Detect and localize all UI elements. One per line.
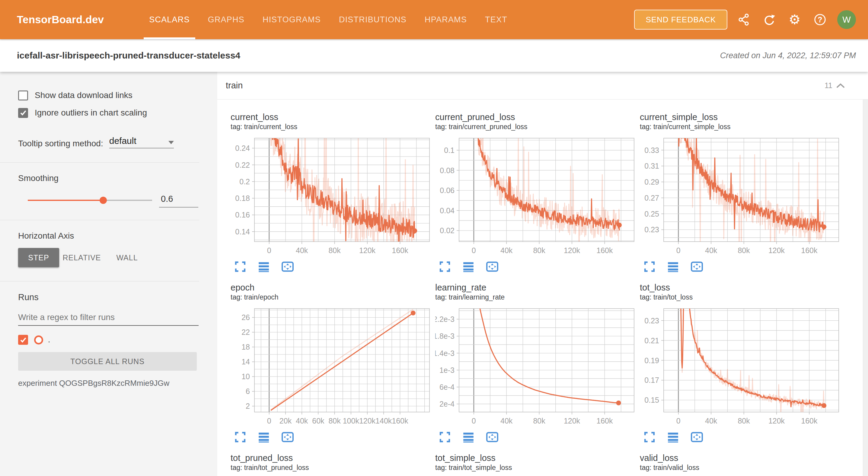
svg-text:0.2: 0.2 xyxy=(239,178,250,186)
svg-text:26: 26 xyxy=(242,313,250,322)
svg-text:0.23: 0.23 xyxy=(644,225,659,234)
app-header: TensorBoard.dev SCALARS GRAPHS HISTOGRAM… xyxy=(0,0,868,39)
fit-domain-icon[interactable] xyxy=(486,261,499,273)
content-area: Show data download links Ignore outliers… xyxy=(0,72,868,476)
chart-title: tot_pruned_loss xyxy=(230,452,435,463)
runs-selector-icon[interactable] xyxy=(258,431,270,443)
chart-title: learning_rate xyxy=(435,282,640,293)
svg-text:20k: 20k xyxy=(279,417,292,425)
fit-domain-icon[interactable] xyxy=(690,261,703,273)
settings-icon[interactable]: ⚙ xyxy=(786,11,803,28)
expand-chart-icon[interactable] xyxy=(234,431,246,443)
svg-text:0: 0 xyxy=(267,246,271,255)
chart-plot[interactable]: 040k80k120k160k0.230.250.270.290.310.33 xyxy=(640,136,844,258)
chart-tag: tag: train/current_pruned_loss xyxy=(435,123,640,131)
svg-text:0.16: 0.16 xyxy=(235,211,250,219)
share-icon[interactable] xyxy=(735,11,753,28)
svg-text:100k: 100k xyxy=(343,417,360,425)
charts-grid: current_loss tag: train/current_loss 040… xyxy=(230,112,863,476)
section-count: 11 xyxy=(825,81,832,90)
svg-text:40k: 40k xyxy=(500,246,513,255)
section-header-train[interactable]: train 11 xyxy=(217,72,868,99)
run-name-label: . xyxy=(48,335,50,345)
smoothing-value-field[interactable]: 0.6 xyxy=(159,193,198,208)
toggle-all-runs-button[interactable]: TOGGLE ALL RUNS xyxy=(18,352,197,371)
tooltip-sorting-row: Tooltip sorting method: default xyxy=(18,136,217,149)
chart-plot[interactable]: 040k80k120k160k0.020.040.060.080.1 xyxy=(435,136,640,258)
scrollbar[interactable] xyxy=(863,99,868,476)
run-checkbox[interactable] xyxy=(18,335,28,345)
axis-wall-button[interactable]: WALL xyxy=(104,248,150,267)
svg-text:0.24: 0.24 xyxy=(235,144,250,152)
runs-selector-icon[interactable] xyxy=(462,431,474,443)
chart-card: current_simple_loss tag: train/current_s… xyxy=(640,112,844,282)
section-name: train xyxy=(226,81,243,91)
svg-text:2.2e-3: 2.2e-3 xyxy=(435,315,455,323)
fit-domain-icon[interactable] xyxy=(281,431,294,443)
smoothing-slider[interactable] xyxy=(28,200,152,201)
divider xyxy=(0,162,199,163)
refresh-icon[interactable] xyxy=(761,11,778,28)
expand-chart-icon[interactable] xyxy=(439,431,451,443)
svg-text:10: 10 xyxy=(242,372,250,381)
app-logo[interactable]: TensorBoard.dev xyxy=(17,13,104,26)
expand-chart-icon[interactable] xyxy=(234,261,246,273)
tab-graphs[interactable]: GRAPHS xyxy=(199,0,253,39)
tooltip-sorting-select[interactable]: default xyxy=(109,136,174,149)
svg-text:0: 0 xyxy=(676,246,681,255)
chart-plot[interactable]: 040k80k120k160k0.150.170.190.210.23 xyxy=(640,306,844,428)
tab-scalars[interactable]: SCALARS xyxy=(140,0,198,39)
send-feedback-button[interactable]: SEND FEEDBACK xyxy=(634,10,727,30)
svg-text:0: 0 xyxy=(676,417,681,425)
svg-text:60k: 60k xyxy=(312,417,324,425)
chart-tag: tag: train/valid_loss xyxy=(640,463,844,472)
chart-plot[interactable]: 040k80k120k160k0.140.160.180.20.220.24 xyxy=(230,136,435,258)
chart-tag: tag: train/tot_pruned_loss xyxy=(230,463,435,472)
run-row[interactable]: . xyxy=(18,335,217,345)
chart-toolbar xyxy=(439,261,640,273)
chart-tag: tag: train/current_loss xyxy=(230,123,435,131)
runs-selector-icon[interactable] xyxy=(258,261,270,273)
chart-plot[interactable]: 020k40k60k80k100k120k140k160k26101418222… xyxy=(230,306,435,428)
runs-regex-input[interactable] xyxy=(18,311,198,326)
tab-histograms[interactable]: HISTOGRAMS xyxy=(253,0,330,39)
svg-text:160k: 160k xyxy=(392,246,408,255)
settings-sidebar: Show data download links Ignore outliers… xyxy=(0,72,217,476)
runs-selector-icon[interactable] xyxy=(667,261,679,273)
expand-chart-icon[interactable] xyxy=(644,431,655,443)
tab-hparams[interactable]: HPARAMS xyxy=(415,0,476,39)
fit-domain-icon[interactable] xyxy=(281,261,294,273)
svg-text:40k: 40k xyxy=(705,246,717,255)
axis-relative-button[interactable]: RELATIVE xyxy=(59,248,104,267)
section-meta: 11 xyxy=(825,81,845,90)
chart-card: tot_pruned_loss tag: train/tot_pruned_lo… xyxy=(230,452,435,476)
chart-toolbar xyxy=(439,431,640,443)
expand-chart-icon[interactable] xyxy=(644,261,655,273)
charts-panel: train 11 current_loss tag: train/current… xyxy=(217,72,868,476)
fit-domain-icon[interactable] xyxy=(690,431,703,443)
smoothing-slider-knob[interactable] xyxy=(100,197,107,204)
svg-text:6e-4: 6e-4 xyxy=(439,383,455,391)
ignore-outliers-checkbox[interactable] xyxy=(18,108,28,118)
show-download-links-checkbox[interactable] xyxy=(18,91,28,100)
chevron-up-icon[interactable] xyxy=(836,83,845,88)
fit-domain-icon[interactable] xyxy=(486,431,499,443)
chart-toolbar xyxy=(644,261,844,273)
runs-selector-icon[interactable] xyxy=(667,431,679,443)
expand-chart-icon[interactable] xyxy=(439,261,451,273)
svg-text:160k: 160k xyxy=(801,417,817,425)
chart-tag: tag: train/tot_simple_loss xyxy=(435,463,640,472)
help-icon[interactable]: ? xyxy=(811,11,829,28)
tab-text[interactable]: TEXT xyxy=(476,0,517,39)
divider xyxy=(0,220,199,220)
tab-distributions[interactable]: DISTRIBUTIONS xyxy=(330,0,415,39)
chart-plot[interactable]: 040k80k120k160k2e-46e-41e-31.4e-31.8e-32… xyxy=(435,306,640,428)
axis-step-button[interactable]: STEP xyxy=(18,248,59,267)
show-download-links-row: Show data download links xyxy=(18,89,217,102)
svg-text:160k: 160k xyxy=(596,246,613,255)
runs-selector-icon[interactable] xyxy=(462,261,474,273)
svg-text:160k: 160k xyxy=(392,417,408,425)
svg-text:18: 18 xyxy=(242,343,250,351)
chart-card: valid_loss tag: train/valid_loss 040k80k… xyxy=(640,452,844,476)
user-avatar[interactable]: W xyxy=(837,10,856,29)
